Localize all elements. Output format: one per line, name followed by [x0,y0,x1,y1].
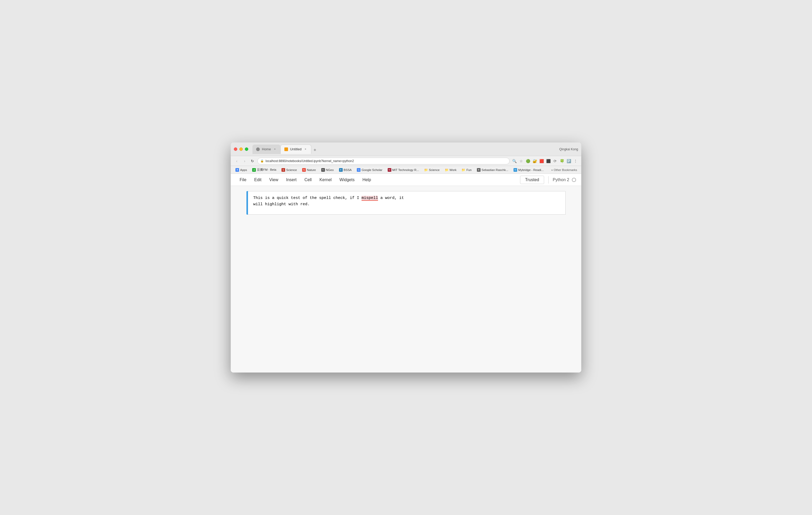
tab-untitled-label: Untitled [290,147,301,151]
menu-help[interactable]: Help [359,176,375,184]
bookmark-apps-label: Apps [240,169,247,172]
menu-insert[interactable]: Insert [283,176,300,184]
bookmark-bssa-label: BSSA [344,169,352,172]
menu-kernel[interactable]: Kernel [316,176,335,184]
bookmark-fun-icon: 📁 [462,168,465,172]
cell-text-before: This is a quick test of the spell check,… [253,196,361,200]
kernel-indicator: Python 2 [553,178,576,182]
bookmark-sci2-label: Science [429,169,439,172]
bookmark-mybridge-label: Mybridge - Readi... [518,169,544,172]
bookmark-douban-icon: d [252,168,256,172]
extension-7-icon[interactable]: 🅿️ [566,158,571,164]
bookmark-ngeo-label: NGeo [326,169,334,172]
bookmarks-bar: ⊞ Apps d 豆瓣FM · Beta S Science N Nature … [231,166,581,174]
user-label: Qingkai Kong [559,147,578,151]
menu-widgets[interactable]: Widgets [336,176,358,184]
bookmark-work-icon: 📁 [445,168,448,172]
browser-window: Home × Untitled × + Qingkai Kong ‹ › ↻ 🔒… [231,143,581,372]
jupyter-menu-items: File Edit View Insert Cell Kernel Widget… [236,176,520,184]
bookmark-science[interactable]: S Science [280,168,299,172]
back-button[interactable]: ‹ [234,158,240,164]
maximize-button[interactable] [245,147,248,151]
bookmark-ngeo-icon: N [321,168,325,172]
bookmark-sebastian-icon: ✦ [477,168,481,172]
bookmark-mit[interactable]: M MIT Technology R... [385,168,421,172]
tab-home-icon [256,147,260,151]
bookmark-mybridge-icon: M [514,168,517,172]
lock-icon: 🔒 [260,159,264,162]
notebook-area: This is a quick test of the spell check,… [231,186,581,372]
menu-edit[interactable]: Edit [251,176,265,184]
bookmark-douban-label: 豆瓣FM · Beta [257,168,276,172]
traffic-lights [234,147,248,151]
nav-bar: ‹ › ↻ 🔒 localhost:8890/notebooks/Untitle… [231,156,581,166]
bookmark-sebastian-label: Sebastian Raschk... [482,169,508,172]
bookmark-gscholar-icon: G [357,168,360,172]
bookmark-apps-icon: ⊞ [235,168,239,172]
misspelled-word: mispell [361,196,378,201]
bookmark-fun[interactable]: 📁 Fun [460,168,474,172]
bookmark-fun-label: Fun [466,169,472,172]
close-button[interactable] [234,147,237,151]
tab-untitled-icon [284,147,288,151]
notebook-inner: This is a quick test of the spell check,… [241,191,571,215]
bookmark-work-label: Work [450,169,457,172]
jupyter-right: Trusted Python 2 [520,176,576,184]
bookmark-nature[interactable]: N Nature [300,168,318,172]
extension-3-icon[interactable]: 🟥 [539,158,544,164]
bookmark-science-label: Science [286,169,297,172]
bookmark-sebastian[interactable]: ✦ Sebastian Raschk... [475,168,511,172]
tab-untitled-close[interactable]: × [304,147,308,151]
menu-icon[interactable]: ⋮ [573,158,578,164]
tab-home-close[interactable]: × [273,147,277,151]
search-icon[interactable]: 🔍 [512,158,517,164]
nav-actions: 🔍 ☆ 🟢 🔐 🟥 ⬛ ⟳ 🍀 🅿️ ⋮ [512,158,578,164]
minimize-button[interactable] [239,147,243,151]
separator [548,176,549,183]
bookmark-mit-icon: M [388,168,392,172]
address-text: localhost:8890/notebooks/Untitled.ipynb?… [265,159,354,163]
tab-home[interactable]: Home × [253,145,281,154]
title-bar: Home × Untitled × + Qingkai Kong [231,143,581,156]
bookmark-sci2-icon: 📁 [424,168,428,172]
bookmark-bssa-icon: B [339,168,343,172]
menu-view[interactable]: View [265,176,282,184]
bookmark-bssa[interactable]: B BSSA [337,168,354,172]
address-bar[interactable]: 🔒 localhost:8890/notebooks/Untitled.ipyn… [257,158,510,164]
bookmark-nature-label: Nature [307,169,316,172]
bookmark-work[interactable]: 📁 Work [443,168,459,172]
extension-4-icon[interactable]: ⬛ [546,158,551,164]
bookmark-apps[interactable]: ⊞ Apps [233,168,249,172]
extension-6-icon[interactable]: 🍀 [559,158,564,164]
extension-2-icon[interactable]: 🔐 [532,158,537,164]
other-bookmarks-label: » Other Bookmarks [551,169,577,172]
forward-button[interactable]: › [242,158,248,164]
bookmark-nature-icon: N [302,168,306,172]
extension-5-icon[interactable]: ⟳ [552,158,558,164]
menu-file[interactable]: File [236,176,250,184]
bookmark-gscholar-label: Google Scholar [361,169,382,172]
kernel-status-circle [572,178,576,182]
menu-cell[interactable]: Cell [301,176,316,184]
new-tab-button[interactable]: + [311,147,319,154]
bookmark-science-icon: S [282,168,285,172]
bookmark-sci2[interactable]: 📁 Science [422,168,442,172]
kernel-label: Python 2 [553,178,569,182]
cell-container: This is a quick test of the spell check,… [246,191,566,215]
refresh-button[interactable]: ↻ [250,158,255,164]
tab-untitled[interactable]: Untitled × [281,145,311,154]
trusted-button[interactable]: Trusted [520,176,544,184]
other-bookmarks[interactable]: » Other Bookmarks [550,168,579,172]
bookmark-douban[interactable]: d 豆瓣FM · Beta [250,167,278,172]
tab-bar: Home × Untitled × + [253,145,559,154]
bookmark-gscholar[interactable]: G Google Scholar [355,168,384,172]
tab-home-label: Home [262,147,271,151]
star-icon[interactable]: ☆ [519,158,524,164]
bookmark-mit-label: MIT Technology R... [393,169,419,172]
bookmark-ngeo[interactable]: N NGeo [319,168,336,172]
bookmark-mybridge[interactable]: M Mybridge - Readi... [512,168,546,172]
jupyter-menu-bar: File Edit View Insert Cell Kernel Widget… [231,174,581,186]
extension-1-icon[interactable]: 🟢 [525,158,530,164]
cell-input[interactable]: This is a quick test of the spell check,… [248,191,566,215]
